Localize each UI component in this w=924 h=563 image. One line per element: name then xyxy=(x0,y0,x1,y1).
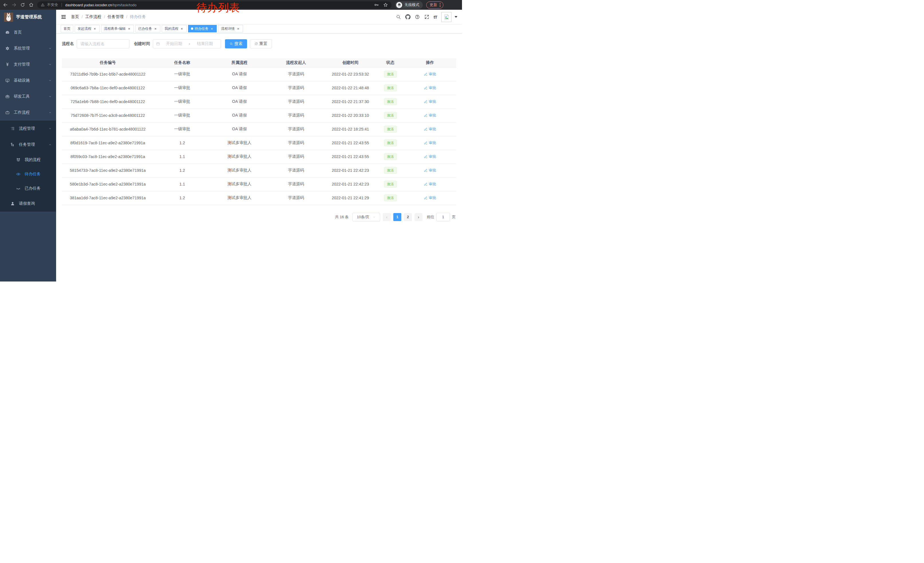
table-row: 75d72608-7b7f-11ec-a3c8-acde48001122一级审批… xyxy=(62,108,456,122)
prev-page-button[interactable]: ‹ xyxy=(383,213,391,221)
cell-status: 激活 xyxy=(377,95,404,108)
chevron-down-icon xyxy=(48,62,52,66)
approve-link[interactable]: 审批 xyxy=(424,99,436,104)
tab-todo-tasks[interactable]: 待办任务× xyxy=(188,25,217,32)
sidebar-item-my-process[interactable]: 我的流程 xyxy=(0,153,56,167)
cell-task-name: 一级审批 xyxy=(154,95,211,108)
table-row: 381aa1dd-7ac8-11ec-a9e2-a2380e71991a1.2测… xyxy=(62,191,456,205)
approve-link[interactable]: 审批 xyxy=(424,72,436,77)
pencil-icon xyxy=(424,141,428,145)
page-size-select[interactable]: 10条/页 xyxy=(352,213,380,221)
yen-icon xyxy=(5,62,10,67)
close-icon[interactable]: × xyxy=(153,27,158,31)
page-button-2[interactable]: 2 xyxy=(404,213,412,221)
cell-process: OA 请假 xyxy=(211,122,268,136)
reset-button[interactable]: 重置 xyxy=(250,39,272,48)
sidebar-item-todo-tasks[interactable]: 待办任务 xyxy=(0,167,56,181)
avatar[interactable] xyxy=(441,12,452,22)
approve-link[interactable]: 审批 xyxy=(424,140,436,146)
approve-link[interactable]: 审批 xyxy=(424,113,436,118)
close-icon[interactable]: × xyxy=(93,27,97,31)
fullscreen-icon[interactable] xyxy=(424,14,429,20)
cell-task-id: 580e1b3d-7ac8-11ec-a9e2-a2380e71991a xyxy=(62,177,154,191)
approve-link[interactable]: 审批 xyxy=(424,154,436,159)
tab-process-detail[interactable]: 流程详情× xyxy=(218,25,243,32)
cell-actions: 审批 xyxy=(404,122,456,136)
pencil-icon xyxy=(424,196,428,200)
sidebar-item-infra[interactable]: 基础设施 xyxy=(0,72,56,89)
sidebar-item-workflow[interactable]: 工作流程 xyxy=(0,105,56,120)
col-header-initiator: 流程发起人 xyxy=(268,58,324,67)
date-range-picker[interactable]: 开始日期 - 结束日期 xyxy=(153,39,221,48)
tab-my-process[interactable]: 我的流程× xyxy=(162,25,187,32)
breadcrumb-item[interactable]: 工作流程 xyxy=(85,14,101,20)
approve-link[interactable]: 审批 xyxy=(424,168,436,173)
key-icon[interactable] xyxy=(374,2,379,8)
sidebar-item-task-mgmt[interactable]: 任务管理 xyxy=(0,137,56,153)
sidebar-item-process-mgmt[interactable]: 流程管理 xyxy=(0,120,56,137)
status-badge: 激活 xyxy=(384,84,397,92)
sidebar-item-leave-query[interactable]: 请假查询 xyxy=(0,195,56,212)
table-row: 73211d9d-7b9b-11ec-b5b7-acde48001122一级审批… xyxy=(62,67,456,81)
status-badge: 激活 xyxy=(384,194,397,201)
next-page-button[interactable]: › xyxy=(414,213,423,221)
menu-kebab-icon[interactable] xyxy=(440,3,441,7)
tab-process-form-edit[interactable]: 流程表单-编辑× xyxy=(101,25,134,32)
tab-home[interactable]: 首页 xyxy=(61,25,73,32)
approve-link[interactable]: 审批 xyxy=(424,86,436,90)
eye-closed-icon xyxy=(16,186,21,191)
app-logo[interactable]: 芋道管理系统 xyxy=(0,10,56,24)
github-icon[interactable] xyxy=(405,14,411,20)
approve-link[interactable]: 审批 xyxy=(424,195,436,200)
tab-label: 流程表单-编辑 xyxy=(104,26,126,31)
forward-icon[interactable] xyxy=(12,2,16,8)
close-icon[interactable]: × xyxy=(236,27,240,31)
col-header-status: 状态 xyxy=(377,58,404,67)
avatar-caret-icon[interactable] xyxy=(454,16,458,18)
sidebar-item-payment[interactable]: 支付管理 xyxy=(0,56,56,72)
approve-link[interactable]: 审批 xyxy=(424,126,436,132)
cell-process: OA 请假 xyxy=(211,67,268,81)
breadcrumb-separator: / xyxy=(126,15,128,19)
cell-task-id: 58154733-7ac8-11ec-a9e2-a2380e71991a xyxy=(62,164,154,177)
cell-initiator: 芋道源码 xyxy=(268,108,324,122)
reload-icon[interactable] xyxy=(20,2,25,8)
back-icon[interactable] xyxy=(3,2,8,8)
font-size-icon[interactable]: tT xyxy=(434,15,437,20)
tab-label: 已办任务 xyxy=(138,26,152,31)
search-button[interactable]: 搜索 xyxy=(225,39,247,48)
breadcrumb-item[interactable]: 任务管理 xyxy=(108,14,124,20)
tab-start-process[interactable]: 发起流程× xyxy=(75,25,100,32)
date-range-separator: - xyxy=(188,42,191,46)
cell-process: 测试多审批人 xyxy=(211,150,268,164)
tree-icon xyxy=(10,142,15,147)
process-name-label: 流程名 xyxy=(62,41,74,47)
tab-label: 发起流程 xyxy=(78,26,91,31)
user-icon xyxy=(10,201,15,206)
approve-link[interactable]: 审批 xyxy=(424,182,436,187)
table-row: 725a1eb6-7b88-11ec-8ef0-acde48001122一级审批… xyxy=(62,95,456,108)
process-name-input[interactable] xyxy=(77,39,129,48)
page-button-1[interactable]: 1 xyxy=(393,213,401,221)
update-button[interactable]: 更新 xyxy=(426,2,443,9)
sidebar: 芋道管理系统 首页系统管理支付管理基础设施研发工具工作流程流程管理任务管理我的流… xyxy=(0,10,56,281)
sidebar-item-system[interactable]: 系统管理 xyxy=(0,41,56,56)
hamburger-icon[interactable] xyxy=(61,14,66,20)
goto-page-input[interactable] xyxy=(436,213,450,221)
col-header-actions: 操作 xyxy=(404,58,456,67)
help-icon[interactable] xyxy=(415,14,420,20)
cell-actions: 审批 xyxy=(404,177,456,191)
star-icon[interactable] xyxy=(383,2,388,8)
search-icon[interactable] xyxy=(396,14,401,20)
tab-done-tasks[interactable]: 已办任务× xyxy=(135,25,160,32)
cell-status: 激活 xyxy=(377,81,404,95)
breadcrumb-item[interactable]: 首页 xyxy=(71,14,79,20)
sidebar-item-home[interactable]: 首页 xyxy=(0,24,56,41)
home-icon[interactable] xyxy=(28,2,34,8)
sidebar-item-dev-tools[interactable]: 研发工具 xyxy=(0,89,56,105)
search-button-icon xyxy=(230,42,233,45)
close-icon[interactable]: × xyxy=(180,27,184,31)
close-icon[interactable]: × xyxy=(127,27,131,31)
sidebar-item-done-tasks[interactable]: 已办任务 xyxy=(0,181,56,195)
close-icon[interactable]: × xyxy=(210,27,214,31)
